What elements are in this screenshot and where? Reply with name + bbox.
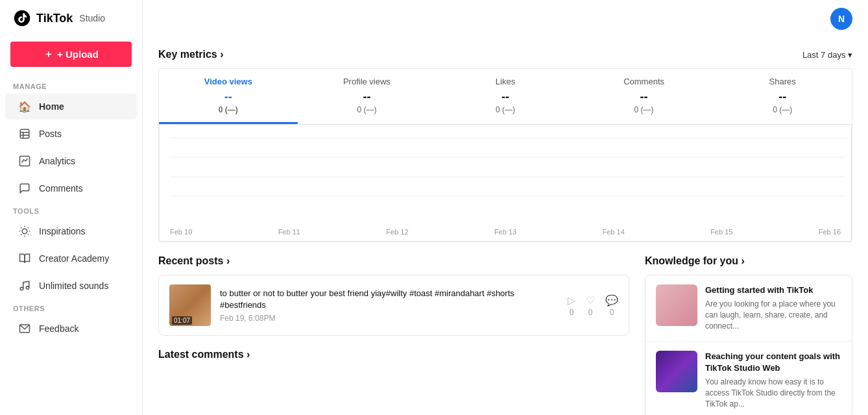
tiktok-logo-icon	[13, 9, 31, 27]
logo: TikTok Studio	[0, 0, 142, 36]
sidebar-item-posts[interactable]: Posts	[5, 121, 137, 147]
knowledge-title[interactable]: Knowledge for you ›	[645, 255, 745, 267]
metrics-wrapper: Video views -- 0 (—) Profile views -- 0 …	[158, 68, 852, 242]
recent-posts-card: 01:07 to butter or not to butter your be…	[158, 275, 629, 336]
sidebar-item-comments[interactable]: Comments	[5, 175, 137, 201]
key-metrics-header: Key metrics › Last 7 days ▾	[158, 49, 852, 60]
metric-change: 0 (—)	[718, 105, 847, 114]
col-right: Knowledge for you › Getting started with…	[645, 255, 852, 415]
metric-value: --	[441, 90, 570, 104]
home-icon: 🏠	[18, 100, 31, 113]
chart-x-axis: Feb 10 Feb 11 Feb 12 Feb 13 Feb 14 Feb 1…	[170, 228, 841, 236]
sidebar-item-label: Feedback	[39, 323, 78, 334]
knowledge-thumb-1	[656, 351, 697, 392]
metric-value: --	[718, 90, 847, 104]
tab-label: Video views	[164, 77, 293, 86]
latest-comments-section: Latest comments ›	[158, 349, 629, 360]
x-label-6: Feb 16	[819, 228, 841, 236]
feedback-icon	[18, 322, 31, 335]
post-item: 01:07 to butter or not to butter your be…	[159, 275, 629, 335]
svg-point-15	[26, 286, 29, 290]
svg-line-8	[21, 227, 21, 228]
chart-area: Feb 10 Feb 11 Feb 12 Feb 13 Feb 14 Feb 1…	[159, 125, 852, 242]
comments-icon	[18, 182, 31, 195]
tools-section-label: TOOLS	[0, 202, 142, 218]
metric-value: --	[303, 90, 431, 104]
svg-point-5	[22, 229, 27, 234]
metric-change: 0 (—)	[580, 105, 708, 114]
tab-video-views[interactable]: Video views -- 0 (—)	[159, 69, 298, 124]
tab-shares[interactable]: Shares -- 0 (—)	[713, 69, 852, 124]
sidebar-item-label: Analytics	[39, 156, 75, 166]
two-col-section: Recent posts › 01:07 to butter or not to…	[158, 255, 852, 415]
x-label-2: Feb 12	[386, 228, 408, 236]
knowledge-item-0: Getting started with TikTok Are you look…	[645, 275, 852, 342]
chart-svg	[160, 125, 851, 216]
sidebar-item-label: Unlimited sounds	[39, 281, 108, 291]
sidebar-item-label: Comments	[39, 183, 83, 194]
x-label-3: Feb 13	[494, 228, 516, 236]
plays-count: 0	[570, 308, 574, 317]
knowledge-desc-1: You already know how easy it is to acces…	[705, 377, 841, 409]
post-date: Feb 19, 6:08PM	[220, 314, 559, 323]
tab-label: Shares	[718, 77, 847, 86]
sidebar-item-creator-academy[interactable]: Creator Academy	[5, 245, 137, 271]
avatar[interactable]: N	[830, 8, 852, 30]
others-section-label: OTHERS	[0, 299, 142, 315]
svg-rect-4	[20, 157, 30, 166]
x-label-5: Feb 15	[710, 228, 732, 236]
top-bar: N	[143, 0, 868, 38]
tab-label: Likes	[441, 77, 570, 86]
knowledge-desc-0: Are you looking for a place where you ca…	[705, 299, 841, 331]
svg-line-12	[21, 234, 21, 235]
post-info: to butter or not to butter your best fri…	[220, 288, 559, 323]
date-filter[interactable]: Last 7 days ▾	[802, 50, 852, 60]
posts-icon	[18, 127, 31, 140]
tab-label: Profile views	[303, 77, 431, 86]
svg-point-14	[20, 287, 23, 290]
metric-value: --	[580, 90, 708, 104]
sidebar-item-feedback[interactable]: Feedback	[5, 316, 137, 342]
latest-comments-title[interactable]: Latest comments ›	[158, 349, 250, 360]
video-duration: 01:07	[172, 316, 192, 325]
upload-label: + Upload	[57, 49, 99, 60]
knowledge-card: Getting started with TikTok Are you look…	[645, 275, 852, 415]
metric-value: --	[164, 90, 293, 104]
knowledge-thumb-0	[656, 284, 697, 326]
upload-button[interactable]: ＋ + Upload	[10, 42, 132, 67]
comments-count: 0	[610, 308, 614, 317]
likes-count: 0	[588, 308, 593, 317]
sidebar-item-home[interactable]: 🏠 Home	[5, 94, 137, 119]
svg-line-13	[28, 227, 29, 228]
x-label-1: Feb 11	[278, 228, 300, 236]
knowledge-header: Knowledge for you ›	[645, 255, 852, 267]
col-left: Recent posts › 01:07 to butter or not to…	[158, 255, 629, 415]
knowledge-title-1: Reaching your content goals with TikTok …	[705, 351, 841, 374]
manage-section-label: MANAGE	[0, 77, 142, 93]
tab-likes[interactable]: Likes -- 0 (—)	[436, 69, 575, 124]
metric-change: 0 (—)	[303, 105, 431, 114]
sidebar-item-unlimited-sounds[interactable]: Unlimited sounds	[5, 273, 137, 299]
recent-posts-title[interactable]: Recent posts ›	[158, 255, 230, 267]
knowledge-item-1: Reaching your content goals with TikTok …	[645, 342, 852, 415]
post-thumbnail: 01:07	[169, 284, 211, 326]
sidebar-item-inspirations[interactable]: Inspirations	[5, 218, 137, 244]
comments-stat: 💬 0	[605, 294, 618, 317]
plays-stat: ▷ 0	[568, 294, 575, 317]
sidebar-item-label: Creator Academy	[39, 253, 109, 264]
key-metrics-title[interactable]: Key metrics ›	[158, 49, 224, 60]
tab-profile-views[interactable]: Profile views -- 0 (—)	[298, 69, 437, 124]
x-label-4: Feb 14	[603, 228, 625, 236]
latest-comments-header: Latest comments ›	[158, 349, 629, 360]
inspirations-icon	[18, 225, 31, 238]
knowledge-text-0: Getting started with TikTok Are you look…	[705, 284, 841, 332]
heart-icon: ♡	[586, 294, 595, 307]
upload-icon: ＋	[43, 48, 53, 60]
x-label-0: Feb 10	[170, 228, 192, 236]
tab-comments[interactable]: Comments -- 0 (—)	[575, 69, 714, 124]
sidebar-item-label: Home	[39, 101, 64, 112]
sidebar-item-label: Posts	[39, 129, 62, 139]
comment-icon: 💬	[605, 294, 618, 307]
sidebar-item-analytics[interactable]: Analytics	[5, 148, 137, 174]
play-icon: ▷	[568, 294, 575, 307]
